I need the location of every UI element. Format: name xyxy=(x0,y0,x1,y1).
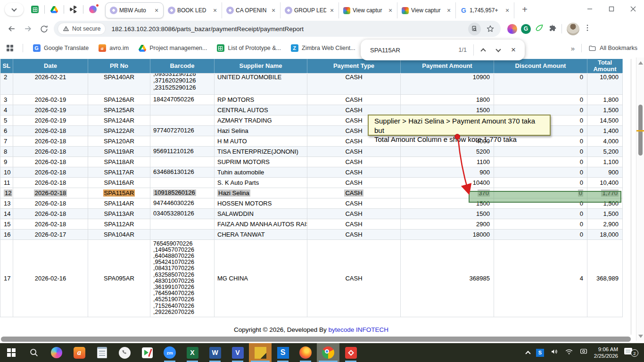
find-in-page-icon[interactable] xyxy=(468,23,481,35)
scroll-up-arrow[interactable] xyxy=(638,61,643,65)
taskbar-sticky-notes[interactable] xyxy=(249,343,272,362)
extensions-puzzle-icon[interactable] xyxy=(548,24,557,34)
close-window-button[interactable] xyxy=(622,0,644,18)
screen-cast-icon[interactable] xyxy=(579,347,588,358)
bookmark-item[interactable]: ZZimbra Web Client... xyxy=(290,44,355,52)
cell-supplier: Hazi Selina xyxy=(217,127,248,134)
find-query-input[interactable]: SPA115AR xyxy=(370,47,459,54)
leaf-extension-icon[interactable] xyxy=(535,23,544,34)
browser-tab[interactable]: View captur× xyxy=(397,2,456,18)
tab-search-button[interactable] xyxy=(5,3,24,16)
tab-close-icon[interactable]: × xyxy=(328,7,336,14)
taskbar-search[interactable] xyxy=(23,343,45,362)
pinned-tab[interactable] xyxy=(83,2,102,17)
browser-tab[interactable]: GROUP LED× xyxy=(281,2,339,18)
browser-tab[interactable]: View captur× xyxy=(339,2,397,18)
taskbar-excel[interactable]: X xyxy=(181,343,204,362)
pinned-tabs xyxy=(25,2,102,17)
bookmark-item[interactable]: GGoogle Translate xyxy=(33,44,89,52)
table-row[interactable]: 112026-02-18SPA116ARS. K Auto PartsCASH1… xyxy=(0,177,623,188)
table-row[interactable]: 32026-02-19SPA126AR184247050226RP MOTORS… xyxy=(0,94,623,105)
taskbar-red-diamond[interactable] xyxy=(339,343,362,362)
find-close-button[interactable]: × xyxy=(506,42,521,58)
table-row[interactable]: 102026-02-18SPA117AR634686130126Tuhin au… xyxy=(0,167,623,177)
cell-payment_type: CASH xyxy=(345,221,362,228)
cell-payment_type: CASH xyxy=(345,210,362,217)
speaker-icon[interactable] xyxy=(550,347,559,358)
table-row[interactable]: 82026-02-18SPA119AR956911210126TISA ENTE… xyxy=(0,146,623,156)
ai-extension-icon[interactable] xyxy=(507,24,517,34)
cell-barcode: 634686130126 xyxy=(153,169,194,176)
taskbar-firefox[interactable] xyxy=(294,343,317,362)
notification-center-icon[interactable]: 2 xyxy=(624,346,638,359)
taskbar-copilot[interactable] xyxy=(45,343,68,362)
browser-tab[interactable]: CA OPENIN× xyxy=(222,2,281,18)
tab-close-icon[interactable]: × xyxy=(445,7,453,14)
tab-close-icon[interactable]: × xyxy=(270,7,277,14)
bookmark-item[interactable]: aavro.im xyxy=(98,44,129,52)
taskbar-media-player[interactable] xyxy=(136,343,158,362)
maximize-button[interactable] xyxy=(601,0,622,18)
pinned-tab[interactable] xyxy=(45,2,64,17)
tab-close-icon[interactable]: × xyxy=(211,7,219,14)
bookmark-item[interactable]: Project managemen... xyxy=(138,44,207,52)
taskbar-whatsapp[interactable] xyxy=(113,343,136,362)
browser-tab[interactable]: MBW Auto× xyxy=(105,2,164,18)
find-next-button[interactable] xyxy=(491,42,506,58)
taskbar-notepad[interactable] xyxy=(91,343,113,362)
tab-close-icon[interactable]: × xyxy=(153,7,160,14)
taskbar-avro[interactable]: a xyxy=(68,343,91,362)
cell-discount: 0 xyxy=(580,179,583,186)
cell-sl: 7 xyxy=(4,138,7,145)
table-row[interactable]: 142026-02-18SPA113AR034053280126SALAWDDI… xyxy=(0,208,623,219)
grammarly-extension-icon[interactable]: G xyxy=(521,24,531,34)
table-row[interactable]: 162026-02-17SPA104ARCHERA TANWATCASH1800… xyxy=(0,229,623,239)
vertical-scrollbar[interactable] xyxy=(636,58,644,341)
table-row[interactable]: 22026-02-21SPA140AR,093531290126 ,371620… xyxy=(0,73,623,94)
table-row[interactable]: 172026-02-16SPA095AR765459070226 ,149457… xyxy=(0,239,623,317)
browser-menu-kebab-icon[interactable] xyxy=(583,24,592,34)
taskbar-zoom[interactable]: zm xyxy=(158,343,181,362)
s-tray-icon[interactable]: S xyxy=(536,349,544,357)
tab-close-icon[interactable]: × xyxy=(387,7,394,14)
tray-clock[interactable]: 9:06 AM 2/25/2026 xyxy=(594,346,618,359)
minimize-button[interactable] xyxy=(579,0,601,18)
taskbar-visio[interactable]: V xyxy=(226,343,249,362)
cell-sl: 15 xyxy=(4,221,10,228)
all-bookmarks-button[interactable]: All Bookmarks xyxy=(588,44,637,52)
taskbar-chrome[interactable] xyxy=(317,343,339,362)
taskbar-word[interactable]: W xyxy=(204,343,226,362)
profile-avatar[interactable] xyxy=(567,23,579,35)
table-row[interactable]: 42026-02-19SPA125ARCENTRAL AUTOSCASH1500… xyxy=(0,105,623,115)
all-bookmarks-label: All Bookmarks xyxy=(600,45,637,51)
tab-label: MBW Auto xyxy=(119,7,151,14)
pinned-tab[interactable] xyxy=(64,2,83,17)
taskbar-start[interactable] xyxy=(0,343,23,362)
browser-tab[interactable]: G1,745,957+× xyxy=(456,2,514,18)
gradient-app-icon xyxy=(89,6,97,14)
bookmark-star-icon[interactable] xyxy=(484,21,497,37)
bookmark-item[interactable]: List of Prototype &... xyxy=(216,44,281,52)
tray-expand-chevron-icon[interactable] xyxy=(525,351,530,356)
horizontal-scrollbar-thumb[interactable] xyxy=(1,337,631,342)
bookmarks-overflow-chevrons[interactable]: » xyxy=(571,44,575,52)
browser-tab[interactable]: BOOK LED× xyxy=(164,2,222,18)
taskbar-s-app[interactable]: S xyxy=(272,343,294,362)
new-tab-button[interactable]: + xyxy=(518,3,531,16)
back-button[interactable] xyxy=(4,21,20,37)
sheets-icon xyxy=(31,6,39,14)
address-bar[interactable]: Not secure 182.163.102.203:8086/parts_ba… xyxy=(54,21,501,37)
wifi-icon[interactable] xyxy=(565,347,573,358)
security-chip[interactable]: Not secure xyxy=(58,23,106,35)
table-row[interactable]: 92026-02-18SPA118ARSUPRIM MOTORSCASH1100… xyxy=(0,156,623,167)
refresh-button[interactable] xyxy=(36,21,52,37)
table-row[interactable]: 152026-02-18SPA112ARFAIZA AND MANHA AUTO… xyxy=(0,219,623,229)
apps-grid-icon[interactable] xyxy=(7,45,13,51)
pinned-tab[interactable] xyxy=(25,2,44,17)
developer-link[interactable]: bytecode INFOTECH xyxy=(329,326,389,333)
tab-close-icon[interactable]: × xyxy=(504,7,511,14)
scroll-down-arrow[interactable] xyxy=(638,335,643,338)
forward-button[interactable] xyxy=(20,21,36,37)
find-previous-button[interactable] xyxy=(476,42,491,58)
cell-sl: 14 xyxy=(4,210,10,217)
